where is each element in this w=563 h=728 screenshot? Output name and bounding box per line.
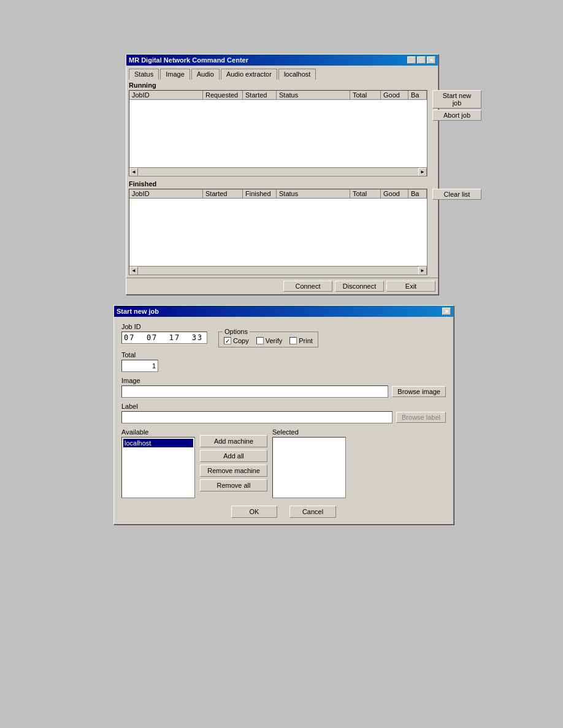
col-ba-running: Ba (408, 91, 427, 99)
running-scrollbar-h[interactable]: ◄ ► (129, 167, 427, 176)
finished-label: Finished (129, 180, 435, 188)
add-machine-button[interactable]: Add machine (200, 435, 267, 447)
col-jobid-running: JobID (129, 91, 203, 99)
exit-button[interactable]: Exit (386, 281, 435, 292)
machines-section: Available localhost Add machine Add all … (121, 428, 446, 498)
label-section: Label Browse label (121, 403, 446, 423)
checkbox-row: ✓ Copy Verify Print (224, 335, 313, 344)
scroll-left-running[interactable]: ◄ (129, 168, 138, 176)
running-section: Running JobID Requested Started Status T… (129, 82, 435, 176)
available-section: Available localhost (121, 428, 195, 498)
total-section: Total (121, 351, 446, 372)
col-status-running: Status (277, 91, 350, 99)
title-bar-buttons: _ □ ✕ (407, 56, 435, 64)
col-total-running: Total (350, 91, 381, 99)
image-input[interactable] (121, 385, 388, 398)
running-table-body (129, 100, 427, 167)
available-label: Available (121, 428, 195, 436)
col-requested: Requested (203, 91, 243, 99)
verify-checkbox[interactable] (256, 337, 264, 344)
label-input[interactable] (121, 411, 393, 423)
cancel-button[interactable]: Cancel (289, 506, 336, 518)
finished-scrollbar-h[interactable]: ◄ ► (129, 266, 427, 275)
label-row: Browse label (121, 411, 446, 423)
ok-button[interactable]: OK (231, 506, 277, 518)
image-section: Image Browse image (121, 377, 446, 398)
copy-label: Copy (233, 337, 249, 344)
dialog-close-button[interactable]: ✕ (442, 308, 451, 315)
remove-machine-button[interactable]: Remove machine (200, 464, 267, 477)
tab-audio-extractor[interactable]: Audio extractor (221, 69, 277, 80)
options-group: Options ✓ Copy Verify Print (218, 332, 318, 347)
col-status-finished: Status (277, 189, 350, 198)
print-checkbox[interactable] (289, 337, 297, 344)
finished-section: Finished JobID Started Finished Status T… (129, 180, 435, 275)
browse-image-button[interactable]: Browse image (392, 386, 446, 397)
scroll-track-running[interactable] (138, 168, 418, 176)
scroll-left-finished[interactable]: ◄ (129, 267, 138, 275)
image-row: Browse image (121, 385, 446, 398)
main-bottom-bar: Connect Disconnect Exit (126, 278, 438, 294)
job-id-input[interactable] (121, 332, 207, 344)
selected-list[interactable] (272, 437, 346, 498)
col-finished: Finished (243, 189, 277, 198)
job-id-section: Job ID (121, 323, 207, 344)
col-good-running: Good (381, 91, 408, 99)
connect-button[interactable]: Connect (283, 281, 332, 292)
running-buttons: Start new job Abort job (430, 90, 481, 176)
image-label: Image (121, 377, 446, 384)
dialog-title: Start new job (117, 308, 159, 315)
minimize-button[interactable]: _ (407, 56, 416, 64)
copy-checkbox[interactable]: ✓ (224, 337, 231, 344)
tabs-bar: Status Image Audio Audio extractor local… (126, 66, 438, 79)
tab-localhost[interactable]: localhost (278, 69, 316, 80)
main-window-title: MR Digital Network Command Center (129, 56, 248, 64)
col-good-finished: Good (381, 189, 408, 198)
tab-audio[interactable]: Audio (191, 69, 220, 80)
scroll-track-finished[interactable] (138, 267, 418, 275)
col-started-running: Started (243, 91, 277, 99)
add-all-button[interactable]: Add all (200, 450, 267, 462)
disconnect-button[interactable]: Disconnect (335, 281, 384, 292)
start-new-job-button[interactable]: Start new job (432, 90, 481, 108)
print-label: Print (299, 337, 313, 344)
label-label: Label (121, 403, 446, 410)
close-button[interactable]: ✕ (427, 56, 435, 64)
finished-table-header: JobID Started Finished Status Total Good… (129, 189, 427, 199)
dialog-title-bar: Start new job ✕ (114, 306, 453, 317)
scroll-right-running[interactable]: ► (418, 168, 427, 176)
selected-section: Selected (272, 428, 346, 498)
col-ba-finished: Ba (408, 189, 427, 198)
dialog-content: Job ID Options ✓ Copy Verify P (114, 317, 453, 524)
col-total-finished: Total (350, 189, 381, 198)
machine-buttons: Add machine Add all Remove machine Remov… (200, 428, 267, 498)
col-jobid-finished: JobID (129, 189, 203, 198)
selected-label: Selected (272, 428, 346, 436)
total-input[interactable] (121, 360, 158, 372)
dialog-window: Start new job ✕ Job ID Options ✓ Copy (113, 305, 454, 525)
running-label: Running (129, 82, 435, 89)
finished-table: JobID Started Finished Status Total Good… (129, 189, 427, 275)
col-started-finished: Started (203, 189, 243, 198)
dialog-footer: OK Cancel (121, 506, 446, 518)
main-content: Running JobID Requested Started Status T… (126, 79, 438, 278)
remove-all-button[interactable]: Remove all (200, 479, 267, 491)
scroll-right-finished[interactable]: ► (418, 267, 427, 275)
options-legend: Options (223, 328, 250, 335)
localhost-item[interactable]: localhost (123, 439, 193, 447)
running-table: JobID Requested Started Status Total Goo… (129, 90, 427, 176)
maximize-button[interactable]: □ (417, 56, 426, 64)
tab-image[interactable]: Image (160, 69, 190, 80)
print-checkbox-item: Print (289, 337, 313, 344)
browse-label-button[interactable]: Browse label (396, 412, 446, 423)
tab-status[interactable]: Status (129, 69, 159, 80)
main-title-bar: MR Digital Network Command Center _ □ ✕ (126, 55, 438, 66)
verify-checkbox-item: Verify (256, 337, 283, 344)
verify-label: Verify (266, 337, 283, 344)
copy-checkbox-item: ✓ Copy (224, 337, 249, 344)
available-list[interactable]: localhost (121, 437, 195, 498)
finished-table-body (129, 199, 427, 266)
clear-list-button[interactable]: Clear list (432, 189, 481, 200)
abort-job-button[interactable]: Abort job (432, 110, 481, 121)
dialog-title-buttons: ✕ (442, 308, 451, 315)
